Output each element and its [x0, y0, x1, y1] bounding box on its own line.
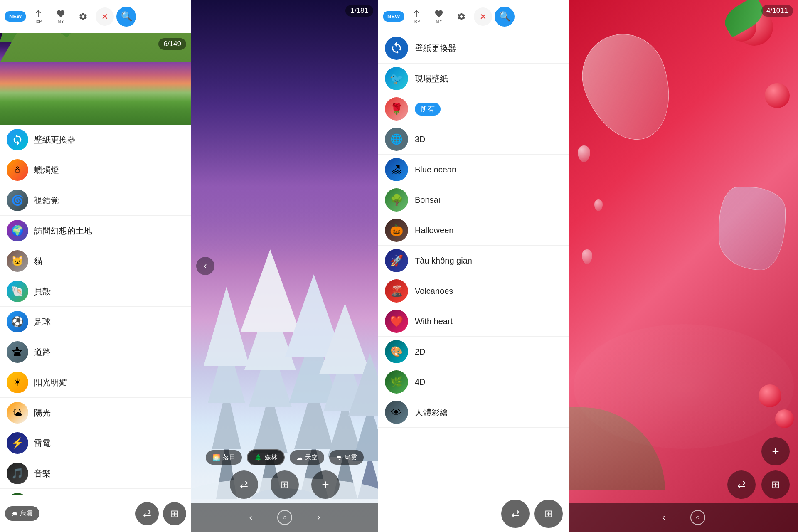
rlabel-3d: 3D [415, 135, 426, 144]
shuffle-btn-p3[interactable]: ⇄ [501, 500, 530, 528]
panel3-list: 壁紙更換器 🐦 現場壁紙 🌹 所有 🌐 [378, 33, 569, 495]
music-icon: 🎵 [7, 463, 28, 484]
my-label: MY [58, 19, 64, 24]
rlist-wallpaper[interactable]: 壁紙更換器 [378, 33, 569, 64]
new-button[interactable]: NEW [5, 11, 26, 22]
shell-icon: 🐚 [7, 281, 28, 302]
my-button-p3[interactable]: MY [429, 7, 449, 27]
rlist-4d[interactable]: 🌿 4D [378, 367, 569, 397]
list-item-cat[interactable]: 🐱 貓 [0, 246, 191, 276]
plus-btn-p4[interactable]: + [761, 437, 790, 466]
cat-sky[interactable]: ☁ 天空 [290, 450, 324, 465]
rlabel-bonsai: Bonsai [415, 195, 440, 205]
ricon-all: 🌹 [385, 97, 408, 121]
rlabel-halloween: Halloween [415, 226, 453, 235]
rlist-halloween[interactable]: 🎃 Halloween [378, 215, 569, 246]
sun-label: 陽光 [34, 407, 51, 419]
shuffle-btn-p4[interactable]: ⇄ [727, 470, 756, 499]
panel1-topbar: NEW ToP MY ✕ 🔍 [0, 0, 191, 33]
rlist-blue-ocean[interactable]: 🏖 Blue ocean [378, 155, 569, 185]
list-item-domain[interactable]: 🌿 領域 [0, 489, 191, 495]
panel-4: 4/1011 + ⇄ ⊞ ‹ ○ [569, 0, 798, 532]
rlabel-live: 現場壁紙 [415, 73, 448, 84]
settings-button-p3[interactable] [451, 7, 471, 27]
top-button[interactable]: ToP [28, 7, 48, 27]
ricon-bonsai: 🌳 [385, 188, 408, 212]
list-item-fantasy[interactable]: 🌍 訪問幻想的土地 [0, 216, 191, 246]
top-button-p3[interactable]: ToP [406, 7, 426, 27]
wallpaper-icon [7, 129, 28, 150]
top-label: ToP [35, 19, 42, 24]
p4-nav-back[interactable]: ‹ [662, 512, 665, 523]
p4-nav-home[interactable]: ○ [690, 510, 705, 525]
nav-forward[interactable]: › [317, 512, 320, 523]
close-button-p3[interactable]: ✕ [474, 7, 492, 26]
rlist-space[interactable]: 🚀 Tàu không gian [378, 246, 569, 276]
sunshine-icon: ☀ [7, 372, 28, 393]
rlist-3d[interactable]: 🌐 3D [378, 124, 569, 155]
rlist-body-painting[interactable]: 👁 人體彩繪 [378, 397, 569, 428]
cat-tag-clouds-p1[interactable]: 🌧 烏雲 [5, 506, 39, 521]
football-label: 足球 [34, 316, 51, 328]
rlabel-2d: 2D [415, 347, 426, 357]
nav-back[interactable]: ‹ [249, 512, 252, 523]
panel-1: NEW ToP MY ✕ 🔍 6/149 [0, 0, 191, 532]
ricon-wallpaper [385, 37, 408, 60]
plus-btn-p2[interactable]: + [311, 470, 340, 499]
list-item-football[interactable]: ⚽ 足球 [0, 307, 191, 337]
rlist-live[interactable]: 🐦 現場壁紙 [378, 64, 569, 94]
cat-clouds[interactable]: 🌧 烏雲 [329, 450, 364, 465]
rlist-with-heart[interactable]: ❤️ With heart [378, 306, 569, 337]
shuffle-btn-p1[interactable]: ⇄ [135, 502, 159, 525]
gallery-btn-p4[interactable]: ⊞ [761, 470, 790, 499]
rlist-2d[interactable]: 🎨 2D [378, 337, 569, 367]
my-button[interactable]: MY [51, 7, 71, 27]
rlist-volcanoes[interactable]: 🌋 Volcanoes [378, 276, 569, 306]
list-item-illusion[interactable]: 🌀 視錯覚 [0, 185, 191, 216]
panel4-counter: 4/1011 [761, 5, 793, 17]
list-item-sunshine[interactable]: ☀ 阳光明媚 [0, 367, 191, 398]
panel1-bottom-actions: ⇄ ⊞ [135, 502, 186, 525]
list-item-candle[interactable]: 🕯 蠟燭燈 [0, 155, 191, 185]
fantasy-icon: 🌍 [7, 220, 28, 241]
search-button-p1[interactable]: 🔍 [116, 7, 136, 27]
cat-icon: 🐱 [7, 250, 28, 272]
search-button-p3[interactable]: 🔍 [495, 7, 515, 27]
list-item-road[interactable]: 🛣 道路 [0, 337, 191, 367]
list-item-thunder[interactable]: ⚡ 雷電 [0, 428, 191, 458]
nav-home-circle[interactable]: ○ [277, 510, 292, 525]
gallery-btn-p3[interactable]: ⊞ [534, 500, 563, 528]
illusion-icon: 🌀 [7, 190, 28, 211]
rlist-all[interactable]: 🌹 所有 [378, 94, 569, 124]
cat-forest[interactable]: 🌲 森林 [247, 449, 285, 466]
panel4-nav: ‹ ○ [569, 503, 798, 532]
panel1-preview: 6/149 [0, 33, 191, 125]
list-item-shell[interactable]: 🐚 貝殻 [0, 276, 191, 307]
rlist-bonsai[interactable]: 🌳 Bonsai [378, 185, 569, 215]
panel1-bottom: 🌧 烏雲 ⇄ ⊞ [0, 495, 191, 532]
rlabel-wallpaper: 壁紙更換器 [415, 43, 456, 54]
panel2-counter: 1/181 [345, 5, 373, 17]
ricon-live: 🐦 [385, 67, 408, 90]
new-label-p3: NEW [387, 14, 400, 19]
rlabel-volcanoes: Volcanoes [415, 286, 453, 296]
panel-2: 1/181 ‹ 🌅 落日 🌲 森林 ☁ 天空 🌧 烏雲 ⇄ ⊞ + ‹ ○ › [191, 0, 378, 532]
ricon-halloween: 🎃 [385, 219, 408, 242]
gallery-btn-p1[interactable]: ⊞ [163, 502, 186, 525]
new-button-p3[interactable]: NEW [383, 11, 404, 22]
cat-sunset[interactable]: 🌅 落日 [206, 450, 242, 465]
list-item-sun[interactable]: 🌤 陽光 [0, 398, 191, 428]
rlabel-body-painting: 人體彩繪 [415, 407, 448, 418]
rlabel-blue-ocean: Blue ocean [415, 165, 456, 175]
list-item-wallpaper[interactable]: 壁紙更換器 [0, 125, 191, 155]
list-item-music[interactable]: 🎵 音樂 [0, 458, 191, 489]
shuffle-btn-p2[interactable]: ⇄ [230, 470, 258, 499]
settings-button[interactable] [73, 7, 93, 27]
gallery-btn-p2[interactable]: ⊞ [271, 470, 299, 499]
thunder-label: 雷電 [34, 438, 51, 449]
sunshine-label: 阳光明媚 [34, 377, 67, 388]
close-button[interactable]: ✕ [96, 7, 114, 26]
panel-3: NEW ToP MY ✕ 🔍 [378, 0, 569, 532]
nav-arrow-left[interactable]: ‹ [196, 257, 214, 275]
music-label: 音樂 [34, 468, 51, 479]
